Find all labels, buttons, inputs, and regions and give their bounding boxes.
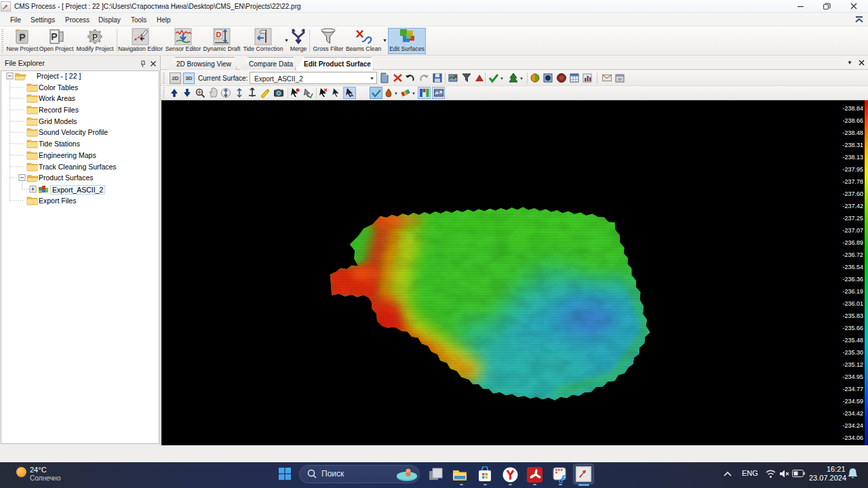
svg-text:P: P: [51, 31, 57, 42]
svg-text:P: P: [92, 33, 98, 42]
svg-text:D: D: [216, 30, 222, 39]
svg-text:P: P: [19, 32, 25, 43]
